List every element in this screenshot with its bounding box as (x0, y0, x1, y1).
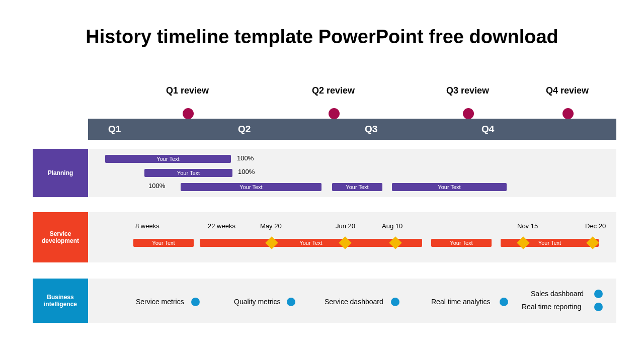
planning-bar-4: Your Text (332, 183, 382, 191)
bi-item-1-label: Service metrics (136, 298, 184, 306)
review-label-q1: Q1 review (166, 85, 209, 96)
review-label-q3: Q3 review (446, 85, 489, 96)
review-label-q2: Q2 review (312, 85, 355, 96)
bi-item-2-dot (287, 298, 295, 306)
bi-item-3-label: Service dashboard (325, 298, 383, 306)
bi-item-1-dot (191, 298, 200, 306)
planning-bar-5: Your Text (392, 183, 507, 191)
planning-bar-1: Your Text (105, 155, 231, 163)
lane-service: Service development 8 weeks 22 weeks May… (33, 212, 616, 262)
service-bar-4: Your Text (501, 239, 599, 247)
review-dot-q1 (183, 108, 194, 119)
bi-item-2-label: Quality metrics (234, 298, 281, 306)
planning-bar-2: Your Text (144, 169, 232, 177)
review-dot-q4 (562, 108, 574, 119)
bi-item-6-dot (594, 303, 603, 311)
lane-label-service: Service development (33, 212, 88, 262)
service-date-4: Jun 20 (336, 222, 355, 230)
quarter-q2: Q2 (238, 124, 251, 135)
service-date-5: Aug 10 (382, 222, 403, 230)
lane-business: Business intelligence Service metrics Qu… (33, 279, 616, 323)
bi-item-3-dot (391, 298, 399, 306)
service-date-1: 8 weeks (135, 222, 159, 230)
review-dot-q2 (329, 108, 340, 119)
page-title: History timeline template PowerPoint fre… (0, 0, 644, 48)
service-date-7: Dec 20 (585, 222, 606, 230)
lane-planning: Planning Your Text 100% Your Text 100% 1… (33, 149, 616, 197)
planning-pct-3: 100% (148, 182, 165, 190)
service-date-6: Nov 15 (517, 222, 538, 230)
lane-body-service: 8 weeks 22 weeks May 20 Jun 20 Aug 10 No… (88, 212, 616, 262)
review-dot-q3 (463, 108, 474, 119)
service-bar-1: Your Text (133, 239, 194, 247)
planning-pct-2: 100% (238, 168, 255, 175)
bi-item-4-label: Real time analytics (431, 298, 491, 306)
lane-body-business: Service metrics Quality metrics Service … (88, 279, 616, 323)
bi-item-5-dot (594, 290, 603, 298)
planning-pct-1: 100% (237, 154, 254, 162)
bi-item-4-dot (500, 298, 508, 306)
lane-body-planning: Your Text 100% Your Text 100% 100% Your … (88, 149, 616, 197)
bi-item-6-label: Real time reporting (522, 303, 581, 311)
service-date-2: 22 weeks (208, 222, 235, 230)
quarter-q1: Q1 (108, 124, 121, 135)
planning-bar-3: Your Text (181, 183, 321, 191)
bi-item-5-label: Sales dashboard (531, 290, 584, 298)
lane-label-business: Business intelligence (33, 279, 88, 323)
review-label-q4: Q4 review (546, 85, 589, 96)
service-date-3: May 20 (260, 222, 282, 230)
lane-label-planning: Planning (33, 149, 88, 197)
service-bar-3: Your Text (431, 239, 492, 247)
quarter-q4: Q4 (481, 124, 494, 135)
quarter-header: Q1 Q2 Q3 Q4 (88, 119, 616, 140)
quarter-q3: Q3 (365, 124, 377, 135)
